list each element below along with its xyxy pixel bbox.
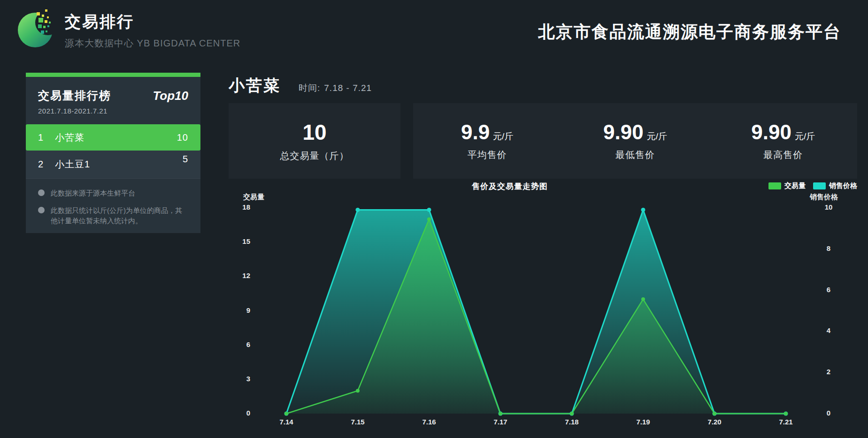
tick-right-label: 0 bbox=[814, 409, 843, 417]
tick-right-label: 4 bbox=[814, 326, 843, 334]
tick-x-label: 7.17 bbox=[484, 418, 517, 426]
tick-x-label: 7.16 bbox=[413, 418, 446, 426]
time-label: 时间: bbox=[299, 83, 320, 93]
product-header: 小苦菜 时间:7.18 - 7.21 bbox=[229, 75, 372, 97]
max-price-unit: 元/斤 bbox=[795, 130, 815, 143]
ranking-header: 交易量排行榜 Top10 2021.7.18-2021.7.21 bbox=[26, 77, 200, 124]
tick-left-label: 6 bbox=[228, 340, 250, 348]
total-volume-card: 10 总交易量（斤） bbox=[229, 103, 400, 179]
chart-plot-area bbox=[228, 181, 868, 438]
platform-title: 北京市食品流通溯源电子商务服务平台 bbox=[538, 21, 841, 44]
note-item: 此数据来源于源本生鲜平台 bbox=[38, 188, 188, 198]
min-price-unit: 元/斤 bbox=[647, 130, 667, 143]
rank-value: 5 bbox=[183, 151, 188, 165]
data-notes: 此数据来源于源本生鲜平台 此数据只统计以斤(公斤)为单位的商品，其他计量单位暂未… bbox=[26, 178, 200, 233]
leaf-logo-icon bbox=[18, 8, 54, 49]
product-title: 小苦菜 bbox=[229, 75, 281, 97]
panel-accent-bar bbox=[26, 73, 200, 77]
tick-x-label: 7.18 bbox=[555, 418, 588, 426]
note-text: 此数据只统计以斤(公斤)为单位的商品，其他计量单位暂未纳入统计内。 bbox=[51, 205, 188, 226]
tick-x-label: 7.14 bbox=[270, 418, 303, 426]
ranking-item-2[interactable]: 2 小土豆1 5 bbox=[26, 151, 200, 178]
total-volume-value: 10 bbox=[302, 120, 326, 145]
time-range: 时间:7.18 - 7.21 bbox=[299, 82, 372, 94]
total-volume-label: 总交易量（斤） bbox=[280, 150, 349, 162]
tick-x-label: 7.20 bbox=[698, 418, 731, 426]
ranking-title: 交易量排行榜 bbox=[38, 88, 111, 103]
rank-number: 2 bbox=[38, 159, 55, 170]
min-price-stat: 9.90 元/斤 最低售价 bbox=[561, 121, 709, 161]
app-subtitle: 源本大数据中心 YB BIGDATA CENTER bbox=[65, 37, 240, 50]
app-title: 交易排行 bbox=[65, 11, 240, 33]
ranking-panel: 交易量排行榜 Top10 2021.7.18-2021.7.21 1 小苦菜 1… bbox=[26, 73, 200, 233]
avg-price-label: 平均售价 bbox=[468, 149, 507, 161]
bullet-icon bbox=[38, 189, 45, 196]
rank-product-name: 小土豆1 bbox=[55, 158, 90, 171]
price-stats-card: 9.9 元/斤 平均售价 9.90 元/斤 最低售价 9.90 元/斤 bbox=[413, 103, 857, 179]
brand-text: 交易排行 源本大数据中心 YB BIGDATA CENTER bbox=[65, 8, 240, 50]
avg-price-stat: 9.9 元/斤 平均售价 bbox=[413, 121, 561, 161]
tick-left-label: 15 bbox=[228, 237, 250, 245]
ranking-top10-badge: Top10 bbox=[153, 89, 188, 103]
tick-left-label: 12 bbox=[228, 272, 250, 279]
tick-left-label: 18 bbox=[228, 203, 250, 211]
rank-product-name: 小苦菜 bbox=[55, 131, 84, 144]
tick-right-label: 8 bbox=[814, 244, 843, 252]
app-root: 交易排行 源本大数据中心 YB BIGDATA CENTER 北京市食品流通溯源… bbox=[0, 0, 868, 438]
tick-x-label: 7.15 bbox=[341, 418, 374, 426]
ranking-date-range: 2021.7.18-2021.7.21 bbox=[38, 107, 188, 115]
note-text: 此数据来源于源本生鲜平台 bbox=[51, 188, 135, 198]
tick-x-label: 7.21 bbox=[769, 418, 802, 426]
brand: 交易排行 源本大数据中心 YB BIGDATA CENTER bbox=[18, 8, 240, 50]
rank-value: 10 bbox=[177, 132, 188, 143]
time-value: 7.18 - 7.21 bbox=[324, 83, 372, 93]
min-price-value: 9.90 bbox=[603, 121, 644, 144]
stats-row: 10 总交易量（斤） 9.9 元/斤 平均售价 9.90 元/斤 最低售价 bbox=[229, 103, 857, 179]
min-price-label: 最低售价 bbox=[615, 149, 655, 161]
bullet-icon bbox=[38, 207, 45, 213]
max-price-value: 9.90 bbox=[751, 121, 791, 144]
tick-right-label: 6 bbox=[814, 286, 843, 294]
note-item: 此数据只统计以斤(公斤)为单位的商品，其他计量单位暂未纳入统计内。 bbox=[38, 205, 188, 226]
ranking-item-1[interactable]: 1 小苦菜 10 bbox=[26, 124, 200, 151]
tick-x-label: 7.19 bbox=[627, 418, 660, 426]
avg-price-unit: 元/斤 bbox=[493, 130, 513, 143]
tick-left-label: 9 bbox=[228, 306, 250, 314]
tick-left-label: 3 bbox=[228, 375, 250, 383]
tick-right-label: 10 bbox=[814, 203, 843, 211]
trend-chart: 售价及交易量走势图 交易量 销售价格 交易量 销售价格 181512963010… bbox=[228, 181, 868, 438]
max-price-stat: 9.90 元/斤 最高售价 bbox=[709, 121, 857, 161]
tick-right-label: 2 bbox=[814, 368, 843, 376]
max-price-label: 最高售价 bbox=[763, 149, 803, 161]
avg-price-value: 9.9 bbox=[461, 121, 490, 144]
rank-number: 1 bbox=[38, 132, 55, 143]
tick-left-label: 0 bbox=[228, 409, 250, 417]
